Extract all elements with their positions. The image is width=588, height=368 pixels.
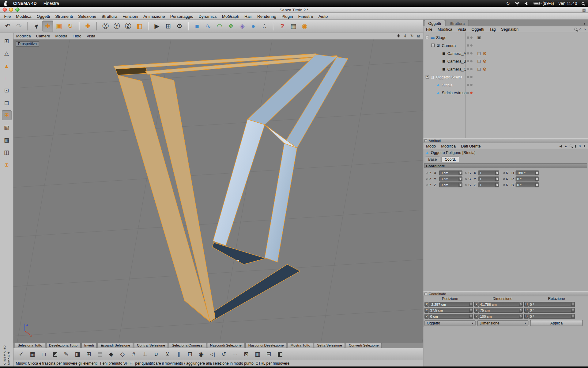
help-icon[interactable]: ? bbox=[277, 21, 288, 32]
keyframe-circle-icon[interactable] bbox=[426, 172, 428, 174]
uv-mode-icon[interactable]: ▩ bbox=[2, 135, 12, 145]
viewport[interactable]: z x Prospettiva bbox=[13, 40, 423, 342]
apply-button[interactable]: Applica bbox=[530, 320, 582, 326]
object-tag-icon[interactable]: ▣ bbox=[477, 35, 481, 39]
scale-tool-icon[interactable]: ▣ bbox=[54, 21, 65, 32]
titlebar-widget-icon[interactable] bbox=[582, 7, 588, 11]
position-value-field[interactable]: -2.257 cm bbox=[429, 302, 473, 307]
app-menu-item[interactable]: Rendering bbox=[254, 14, 279, 18]
inner-extrude-icon[interactable]: # bbox=[129, 349, 138, 359]
app-menu-item[interactable]: Oggetti bbox=[34, 14, 53, 18]
spinner[interactable] bbox=[571, 314, 575, 318]
app-menu-item[interactable]: Modifica bbox=[13, 14, 34, 18]
keyframe-circle-icon[interactable] bbox=[466, 178, 467, 180]
attributes-menu-item[interactable]: Modo bbox=[423, 144, 438, 148]
tab-coord[interactable]: Coord. bbox=[441, 156, 459, 162]
visibility-dot-render[interactable] bbox=[470, 36, 473, 38]
spinner[interactable] bbox=[571, 302, 575, 306]
spinner[interactable] bbox=[459, 171, 462, 175]
tree-row[interactable]: ◼ Camera_B ◫ ⊘ bbox=[423, 57, 588, 65]
attributes-menu-item[interactable]: Dati Utente bbox=[458, 144, 483, 148]
make-editable-icon[interactable]: ⊞ bbox=[2, 36, 12, 46]
add-nurbs-icon[interactable]: ◠ bbox=[214, 21, 225, 32]
position-value-field[interactable]: 37.5 cm bbox=[429, 308, 473, 312]
tree-row[interactable]: − ◨ Oggetto Scena bbox=[423, 73, 588, 81]
menubar-clock[interactable]: ven 11.40 bbox=[559, 1, 577, 6]
rotation-field[interactable]: 0 ° bbox=[516, 176, 539, 181]
spinner[interactable] bbox=[519, 314, 522, 318]
viewport-pan-icon[interactable]: ✚ bbox=[396, 34, 401, 39]
render-settings-icon[interactable]: ⚙ bbox=[174, 21, 185, 32]
object-manager-menu-item[interactable]: Oggetti bbox=[469, 27, 487, 32]
add-modeling-object-icon[interactable]: ❖ bbox=[225, 21, 236, 32]
keyframe-circle-icon[interactable] bbox=[503, 184, 505, 186]
app-menu-item[interactable]: MoGraph bbox=[219, 14, 242, 18]
visibility-dot-render[interactable] bbox=[470, 83, 473, 86]
window-titlebar[interactable]: Senza Titolo 2 * bbox=[0, 7, 588, 13]
viewport-zoom-icon[interactable]: ⇕ bbox=[403, 34, 408, 39]
spinner[interactable] bbox=[535, 171, 538, 175]
selection-command-button[interactable]: Nascondi Deselezione bbox=[245, 343, 287, 348]
viewport-menu-item[interactable]: Filtro bbox=[70, 34, 84, 38]
spinner[interactable] bbox=[469, 308, 473, 312]
knife-icon[interactable]: ✎ bbox=[62, 349, 71, 359]
size-value-field[interactable]: 41.786 cm bbox=[478, 302, 522, 307]
net-render-icon[interactable]: ◉ bbox=[299, 21, 310, 32]
app-menu-item[interactable]: File bbox=[2, 14, 13, 18]
rotation-value-field[interactable]: 0 ° bbox=[528, 314, 575, 319]
keyframe-circle-icon[interactable] bbox=[466, 172, 467, 174]
normal-scale-icon[interactable]: ◧ bbox=[275, 349, 285, 359]
bridge-icon[interactable]: ∥ bbox=[174, 349, 183, 359]
size-value-field[interactable]: 75 cm bbox=[478, 308, 522, 312]
tree-row[interactable]: ◼ Camera_A ◫ ⊘ bbox=[423, 49, 588, 57]
position-field[interactable]: 0 cm bbox=[439, 170, 462, 175]
points-mode-icon[interactable]: ⊡ bbox=[2, 86, 12, 95]
object-label[interactable]: Stricia estrusa bbox=[441, 90, 467, 95]
keyframe-circle-icon[interactable] bbox=[466, 184, 467, 186]
scale-field[interactable]: 1 bbox=[478, 176, 499, 181]
rotation-field[interactable]: 180 ° bbox=[516, 170, 539, 175]
wifi-icon[interactable] bbox=[514, 1, 520, 5]
keyframe-circle-icon[interactable] bbox=[503, 172, 505, 174]
expander-icon[interactable]: − bbox=[431, 44, 435, 47]
app-menu-item[interactable]: Plugin bbox=[279, 14, 296, 18]
spinner[interactable] bbox=[469, 314, 473, 318]
iron-icon[interactable]: ◉ bbox=[197, 349, 206, 359]
spinner[interactable] bbox=[496, 183, 499, 187]
history-back-icon[interactable] bbox=[559, 144, 562, 148]
polygons-mode-icon[interactable]: ⊞ bbox=[2, 110, 12, 120]
app-menu-item[interactable]: Hair bbox=[242, 14, 255, 18]
edges-mode-icon[interactable]: ⊟ bbox=[2, 98, 12, 108]
tree-row[interactable]: ◼ Camera_C ◫ ⊘ bbox=[423, 65, 588, 73]
visibility-dot-editor[interactable] bbox=[467, 60, 469, 62]
volume-icon[interactable] bbox=[524, 1, 529, 5]
live-selection-tool-icon[interactable]: ✓ bbox=[17, 349, 26, 359]
object-tag-icon[interactable]: ◫ bbox=[477, 67, 481, 71]
add-primitive-icon[interactable]: ■ bbox=[192, 21, 203, 32]
expander-icon[interactable]: − bbox=[426, 75, 429, 79]
viewport-menu-item[interactable]: Vista bbox=[84, 34, 98, 38]
undo-icon[interactable]: ↶ bbox=[2, 21, 13, 32]
spinner[interactable] bbox=[519, 308, 522, 312]
tab-base[interactable]: Base bbox=[425, 156, 440, 162]
object-label[interactable]: Stage bbox=[435, 35, 446, 40]
om-home-icon[interactable] bbox=[579, 27, 581, 31]
object-manager-menu-item[interactable]: Modifica bbox=[435, 27, 455, 32]
app-menu-item[interactable]: Dynamics bbox=[196, 14, 219, 18]
plane-cut-icon[interactable]: ◨ bbox=[73, 349, 82, 359]
app-menu-item[interactable]: Funzioni bbox=[120, 14, 141, 18]
pin-icon[interactable] bbox=[564, 144, 567, 148]
spinner[interactable] bbox=[459, 183, 462, 187]
model-base-strip[interactable] bbox=[207, 264, 300, 322]
expander-icon[interactable]: − bbox=[426, 36, 429, 39]
app-menu-item[interactable]: Personaggio bbox=[168, 14, 196, 18]
texture-axis-mode-icon[interactable]: ▲ bbox=[2, 61, 12, 71]
object-manager-menu-item[interactable]: Vista bbox=[455, 27, 469, 32]
object-axis-mode-icon[interactable]: ◫ bbox=[2, 148, 12, 157]
link-icon[interactable] bbox=[579, 144, 581, 148]
viewport-menu-item[interactable]: Modifica bbox=[13, 34, 33, 38]
lock-x-axis-icon[interactable]: Ⓧ bbox=[100, 21, 111, 32]
selection-command-button[interactable]: Nascondi Selezione bbox=[207, 343, 244, 348]
render-off-icon[interactable]: ⊘ bbox=[482, 58, 487, 63]
visibility-dot-render[interactable] bbox=[470, 91, 473, 94]
